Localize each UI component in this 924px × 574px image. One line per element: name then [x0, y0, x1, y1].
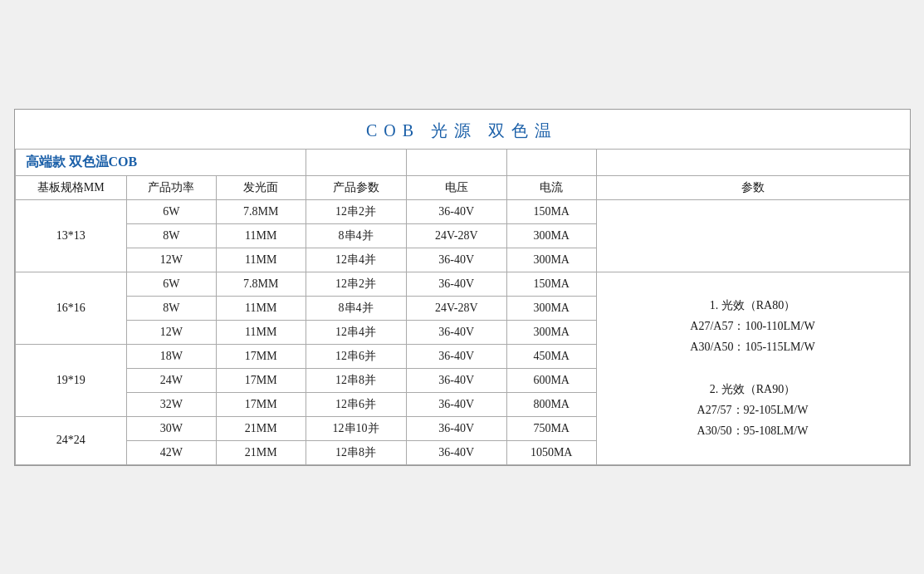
cell-params: 12串8并 — [306, 368, 406, 392]
col-power: 产品功率 — [127, 175, 217, 199]
cell-params: 12串6并 — [306, 392, 406, 416]
cell-voltage: 36-40V — [406, 392, 506, 416]
col-baseboard: 基板规格MM — [15, 175, 127, 199]
cell-params: 12串2并 — [306, 272, 406, 296]
cell-voltage: 36-40V — [406, 440, 506, 464]
cell-voltage: 36-40V — [406, 416, 506, 440]
cell-current: 300MA — [506, 248, 596, 272]
table-row: 13*136W7.8MM12串2并36-40V150MA — [15, 199, 909, 223]
col-current: 电流 — [506, 175, 596, 199]
column-header-row: 基板规格MM 产品功率 发光面 产品参数 电压 电流 参数 — [15, 175, 909, 199]
cell-power: 8W — [127, 296, 217, 320]
cell-power: 42W — [127, 440, 217, 464]
cell-voltage: 36-40V — [406, 344, 506, 368]
cell-lightface: 11MM — [216, 248, 306, 272]
col-voltage: 电压 — [406, 175, 506, 199]
cell-power: 32W — [127, 392, 217, 416]
col-params: 产品参数 — [306, 175, 406, 199]
cell-voltage: 24V-28V — [406, 223, 506, 248]
cell-current: 750MA — [506, 416, 596, 440]
cell-power: 6W — [127, 199, 217, 223]
cell-voltage: 36-40V — [406, 248, 506, 272]
cell-current: 300MA — [506, 320, 596, 344]
params-empty-cell — [596, 199, 909, 272]
cell-current: 150MA — [506, 199, 596, 223]
main-table: 高端款 双色温COB 基板规格MM 产品功率 发光面 产品参数 电压 电流 参数… — [15, 149, 910, 465]
cell-lightface: 21MM — [216, 416, 306, 440]
params-notes-cell: 1. 光效（RA80）A27/A57：100-110LM/WA30/A50：10… — [596, 272, 909, 464]
cell-params: 12串6并 — [306, 344, 406, 368]
group-label: 24*24 — [15, 416, 127, 464]
cell-voltage: 36-40V — [406, 272, 506, 296]
section-header-row: 高端款 双色温COB — [15, 149, 909, 175]
cell-params: 8串4并 — [306, 223, 406, 248]
cell-current: 300MA — [506, 223, 596, 248]
col-lightface: 发光面 — [216, 175, 306, 199]
group-label: 16*16 — [15, 272, 127, 344]
cell-lightface: 11MM — [216, 320, 306, 344]
table-row: 16*166W7.8MM12串2并36-40V150MA1. 光效（RA80）A… — [15, 272, 909, 296]
cell-current: 300MA — [506, 296, 596, 320]
cell-lightface: 17MM — [216, 344, 306, 368]
cell-power: 8W — [127, 223, 217, 248]
cell-voltage: 36-40V — [406, 368, 506, 392]
cell-lightface: 11MM — [216, 296, 306, 320]
group-label: 19*19 — [15, 344, 127, 416]
cell-power: 30W — [127, 416, 217, 440]
cell-current: 800MA — [506, 392, 596, 416]
cell-power: 12W — [127, 248, 217, 272]
cell-current: 450MA — [506, 344, 596, 368]
cell-lightface: 7.8MM — [216, 199, 306, 223]
cell-params: 12串4并 — [306, 248, 406, 272]
cell-lightface: 21MM — [216, 440, 306, 464]
cell-power: 24W — [127, 368, 217, 392]
group-label: 13*13 — [15, 199, 127, 272]
col-extra: 参数 — [596, 175, 909, 199]
cell-voltage: 24V-28V — [406, 296, 506, 320]
cell-params: 12串10并 — [306, 416, 406, 440]
section-header-label: 高端款 双色温COB — [15, 149, 306, 175]
cell-power: 6W — [127, 272, 217, 296]
cell-lightface: 7.8MM — [216, 272, 306, 296]
cell-params: 12串2并 — [306, 199, 406, 223]
cell-power: 18W — [127, 344, 217, 368]
cell-current: 1050MA — [506, 440, 596, 464]
cell-params: 12串8并 — [306, 440, 406, 464]
page-container: COB 光源 双色温 高端款 双色温COB 基板规格MM 产品功率 发光面 产品… — [14, 109, 911, 466]
cell-power: 12W — [127, 320, 217, 344]
cell-current: 150MA — [506, 272, 596, 296]
cell-params: 8串4并 — [306, 296, 406, 320]
cell-params: 12串4并 — [306, 320, 406, 344]
cell-voltage: 36-40V — [406, 199, 506, 223]
cell-current: 600MA — [506, 368, 596, 392]
cell-lightface: 17MM — [216, 392, 306, 416]
page-title: COB 光源 双色温 — [15, 110, 910, 149]
cell-lightface: 11MM — [216, 223, 306, 248]
cell-lightface: 17MM — [216, 368, 306, 392]
cell-voltage: 36-40V — [406, 320, 506, 344]
